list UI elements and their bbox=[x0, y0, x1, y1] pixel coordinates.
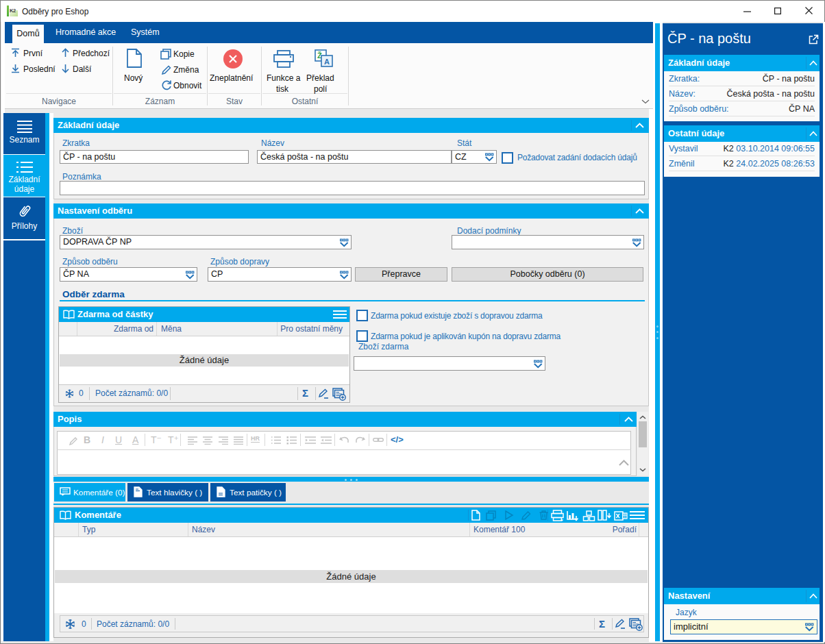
svg-text:A: A bbox=[324, 58, 330, 66]
